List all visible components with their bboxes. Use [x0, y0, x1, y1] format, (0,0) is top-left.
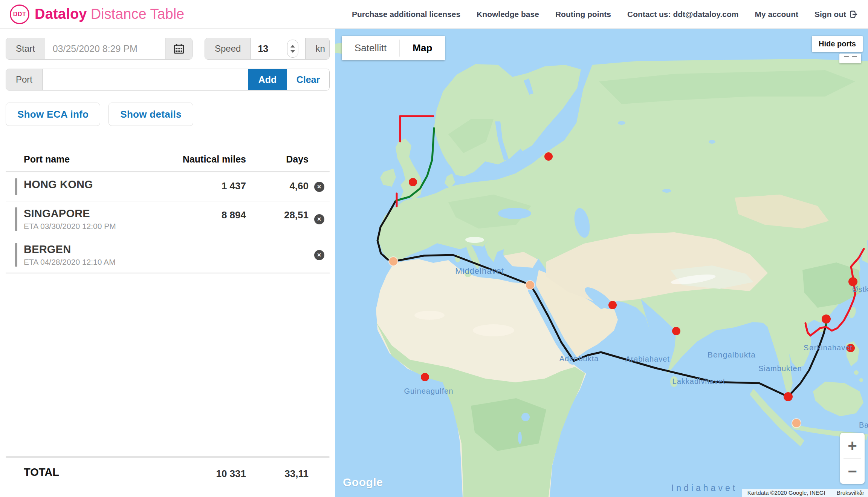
- terrain-sahara-light: [414, 311, 445, 320]
- days-value: 28,51: [246, 207, 309, 221]
- port-cell: HONG KONG: [24, 178, 182, 191]
- port-label: Port: [6, 69, 43, 90]
- sea-label: Østkinahavet: [852, 285, 868, 293]
- calendar-icon: [173, 43, 185, 55]
- drag-handle[interactable]: [15, 178, 17, 195]
- port-name: BERGEN: [24, 243, 182, 256]
- start-date-input[interactable]: [45, 38, 165, 59]
- waypoint-marker-orange[interactable]: [389, 257, 398, 266]
- speed-label: Speed: [205, 38, 251, 59]
- map-zoom-control: + −: [840, 433, 865, 484]
- speed-cell: [251, 38, 305, 59]
- brand-suffix: Distance Table: [91, 6, 185, 22]
- terms-link[interactable]: Bruksvilkår: [837, 489, 864, 496]
- speed-unit-label: kn: [305, 38, 330, 59]
- stepper-down-icon[interactable]: [290, 50, 295, 53]
- show-details-button[interactable]: Show details: [108, 103, 193, 126]
- col-nautical-miles: Nautical miles: [182, 154, 246, 165]
- port-cell: BERGEN ETA 04/28/2020 12:10 AM: [24, 243, 182, 267]
- nav-knowledge-base[interactable]: Knowledge base: [477, 10, 539, 19]
- speed-stepper[interactable]: [287, 40, 298, 58]
- sea-label: Adenbukta: [559, 354, 599, 363]
- land-philippine-island: [854, 370, 859, 375]
- nav-purchase-licenses[interactable]: Purchase additional licenses: [352, 10, 460, 19]
- sea-label: Lakkadivhavet: [672, 377, 726, 385]
- lake-tanganyika: [518, 432, 522, 444]
- port-list: HONG KONG 1 437 4,60 SINGAPORE ETA 03/30…: [6, 172, 330, 273]
- map-type-satellite-button[interactable]: Satellitt: [342, 36, 399, 60]
- brand-name: Dataloy: [35, 6, 87, 22]
- sea-label: Bandahavet: [859, 421, 868, 429]
- route-panel: Start Speed: [0, 29, 335, 497]
- remove-port-button[interactable]: [314, 250, 324, 260]
- col-days: Days: [246, 154, 309, 165]
- speed-input[interactable]: [258, 43, 282, 54]
- app-header: DDT Dataloy Distance Table Purchase addi…: [0, 0, 868, 29]
- nav-contact-us[interactable]: Contact us: ddt@dataloy.com: [627, 10, 738, 19]
- calendar-button[interactable]: [165, 38, 192, 59]
- zoom-out-button[interactable]: −: [840, 459, 865, 484]
- drag-handle[interactable]: [15, 207, 17, 231]
- sea-label: Middelhavet: [455, 266, 504, 276]
- days-value: 4,60: [246, 178, 309, 192]
- total-row: TOTAL 10 331 33,11: [6, 458, 330, 480]
- landmass: [335, 42, 868, 497]
- nav-routing-points[interactable]: Routing points: [555, 10, 611, 19]
- collapsed-control[interactable]: [839, 54, 861, 63]
- hide-ports-button[interactable]: Hide ports: [812, 36, 863, 52]
- sea-label: Indiahavet: [671, 483, 738, 493]
- sea-label: Siambukten: [758, 364, 802, 373]
- remove-port-button[interactable]: [314, 182, 324, 192]
- add-port-button[interactable]: Add: [248, 69, 287, 90]
- port-row: Port Add Clear: [6, 69, 330, 91]
- table-row: BERGEN ETA 04/28/2020 12:10 AM: [6, 237, 330, 273]
- show-eca-info-button[interactable]: Show ECA info: [6, 103, 100, 126]
- table-row: SINGAPORE ETA 03/30/2020 12:00 PM 8 894 …: [6, 201, 330, 237]
- map-type-map-button[interactable]: Map: [400, 36, 445, 60]
- port-name: HONG KONG: [24, 178, 182, 191]
- nav-sign-out[interactable]: Sign out: [815, 10, 858, 19]
- port-marker-red[interactable]: [672, 327, 680, 335]
- lake-balkhash: [662, 189, 671, 193]
- miles-value: [182, 243, 246, 245]
- top-nav: Purchase additional licenses Knowledge b…: [352, 10, 858, 19]
- port-marker-red[interactable]: [544, 152, 553, 161]
- nav-my-account[interactable]: My account: [755, 10, 798, 19]
- ddt-logo-icon: DDT: [10, 5, 29, 24]
- stepper-up-icon[interactable]: [290, 45, 295, 48]
- port-cell: SINGAPORE ETA 03/30/2020 12:00 PM: [24, 207, 182, 231]
- drag-handle[interactable]: [15, 243, 17, 267]
- miles-value: 8 894: [182, 207, 246, 221]
- port-marker-red[interactable]: [421, 373, 429, 381]
- waypoint-marker-orange[interactable]: [526, 281, 535, 290]
- map-canvas[interactable]: Middelhavet Adenbukta Arabiahavet Bengal…: [335, 29, 868, 497]
- remove-port-button[interactable]: [314, 214, 324, 224]
- sea-label: Arabiahavet: [625, 355, 670, 363]
- total-days: 33,11: [246, 466, 309, 480]
- port-marker-red[interactable]: [608, 301, 617, 309]
- terrain-sahara-light: [473, 324, 514, 336]
- sign-out-label: Sign out: [815, 10, 846, 19]
- port-marker-red[interactable]: [409, 178, 417, 186]
- waypoint-marker-orange[interactable]: [792, 419, 801, 428]
- land-ireland: [380, 169, 396, 187]
- port-input[interactable]: [43, 69, 248, 90]
- port-marker-red[interactable]: [822, 314, 831, 324]
- toggle-buttons-row: Show ECA info Show details: [6, 103, 330, 126]
- col-port-name: Port name: [24, 154, 182, 165]
- port-marker-red[interactable]: [784, 392, 793, 401]
- start-label: Start: [6, 38, 45, 59]
- start-speed-row: Start Speed: [6, 38, 330, 60]
- table-header: Port name Nautical miles Days: [6, 154, 330, 171]
- clear-button[interactable]: Clear: [287, 69, 329, 90]
- lake: [618, 121, 625, 125]
- brand-logo[interactable]: DDT Dataloy Distance Table: [10, 5, 184, 24]
- attribution-text: Kartdata ©2020 Google, INEGI: [747, 489, 825, 496]
- world-map: Middelhavet Adenbukta Arabiahavet Bengal…: [335, 29, 868, 497]
- port-eta: ETA 04/28/2020 12:10 AM: [24, 258, 182, 267]
- zoom-in-button[interactable]: +: [840, 433, 865, 458]
- sea-label: Guineagulfen: [404, 387, 454, 395]
- land-sumatra: [750, 389, 804, 446]
- map-attribution: Kartdata ©2020 Google, INEGI Bruksvilkår: [742, 489, 868, 497]
- port-name: SINGAPORE: [24, 207, 182, 220]
